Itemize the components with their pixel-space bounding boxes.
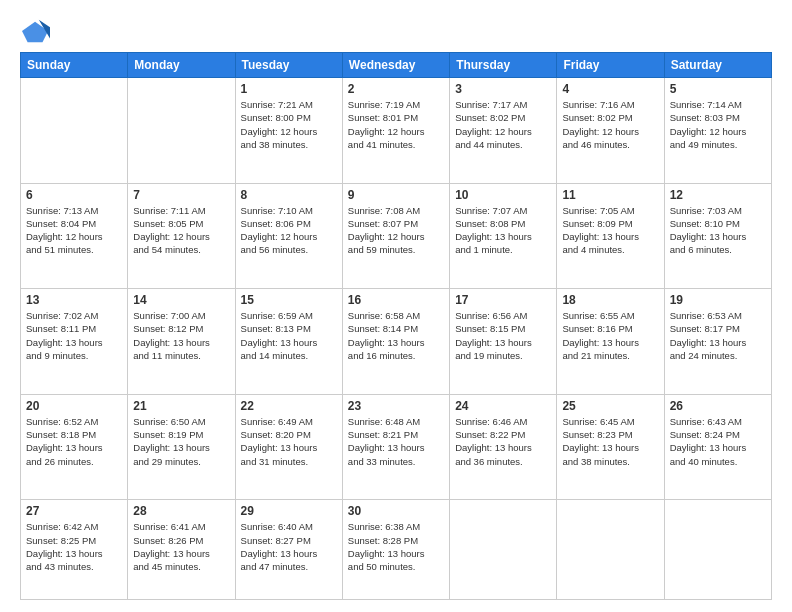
day-number: 17	[455, 293, 551, 307]
weekday-header-thursday: Thursday	[450, 53, 557, 78]
day-info: Sunrise: 7:02 AM Sunset: 8:11 PM Dayligh…	[26, 309, 122, 362]
day-number: 23	[348, 399, 444, 413]
day-number: 22	[241, 399, 337, 413]
day-number: 3	[455, 82, 551, 96]
header	[20, 18, 772, 42]
calendar-cell: 4Sunrise: 7:16 AM Sunset: 8:02 PM Daylig…	[557, 78, 664, 184]
calendar-cell: 11Sunrise: 7:05 AM Sunset: 8:09 PM Dayli…	[557, 183, 664, 289]
day-number: 9	[348, 188, 444, 202]
day-number: 15	[241, 293, 337, 307]
calendar-cell	[664, 500, 771, 600]
calendar-cell: 15Sunrise: 6:59 AM Sunset: 8:13 PM Dayli…	[235, 289, 342, 395]
day-number: 6	[26, 188, 122, 202]
calendar-cell: 21Sunrise: 6:50 AM Sunset: 8:19 PM Dayli…	[128, 394, 235, 500]
calendar-cell: 18Sunrise: 6:55 AM Sunset: 8:16 PM Dayli…	[557, 289, 664, 395]
calendar-cell	[450, 500, 557, 600]
day-info: Sunrise: 6:52 AM Sunset: 8:18 PM Dayligh…	[26, 415, 122, 468]
calendar-cell: 20Sunrise: 6:52 AM Sunset: 8:18 PM Dayli…	[21, 394, 128, 500]
day-number: 21	[133, 399, 229, 413]
day-info: Sunrise: 7:17 AM Sunset: 8:02 PM Dayligh…	[455, 98, 551, 151]
day-info: Sunrise: 6:38 AM Sunset: 8:28 PM Dayligh…	[348, 520, 444, 573]
day-info: Sunrise: 6:58 AM Sunset: 8:14 PM Dayligh…	[348, 309, 444, 362]
day-info: Sunrise: 7:11 AM Sunset: 8:05 PM Dayligh…	[133, 204, 229, 257]
calendar-week-5: 27Sunrise: 6:42 AM Sunset: 8:25 PM Dayli…	[21, 500, 772, 600]
day-info: Sunrise: 6:50 AM Sunset: 8:19 PM Dayligh…	[133, 415, 229, 468]
calendar-table: SundayMondayTuesdayWednesdayThursdayFrid…	[20, 52, 772, 600]
day-info: Sunrise: 6:41 AM Sunset: 8:26 PM Dayligh…	[133, 520, 229, 573]
day-info: Sunrise: 7:21 AM Sunset: 8:00 PM Dayligh…	[241, 98, 337, 151]
day-number: 26	[670, 399, 766, 413]
day-number: 7	[133, 188, 229, 202]
weekday-header-monday: Monday	[128, 53, 235, 78]
day-info: Sunrise: 6:53 AM Sunset: 8:17 PM Dayligh…	[670, 309, 766, 362]
calendar-cell: 1Sunrise: 7:21 AM Sunset: 8:00 PM Daylig…	[235, 78, 342, 184]
day-number: 2	[348, 82, 444, 96]
day-number: 1	[241, 82, 337, 96]
calendar-cell	[128, 78, 235, 184]
day-info: Sunrise: 6:48 AM Sunset: 8:21 PM Dayligh…	[348, 415, 444, 468]
calendar-cell: 6Sunrise: 7:13 AM Sunset: 8:04 PM Daylig…	[21, 183, 128, 289]
calendar-cell: 8Sunrise: 7:10 AM Sunset: 8:06 PM Daylig…	[235, 183, 342, 289]
day-info: Sunrise: 6:43 AM Sunset: 8:24 PM Dayligh…	[670, 415, 766, 468]
calendar-cell: 23Sunrise: 6:48 AM Sunset: 8:21 PM Dayli…	[342, 394, 449, 500]
calendar-cell: 19Sunrise: 6:53 AM Sunset: 8:17 PM Dayli…	[664, 289, 771, 395]
day-info: Sunrise: 7:08 AM Sunset: 8:07 PM Dayligh…	[348, 204, 444, 257]
calendar-cell: 27Sunrise: 6:42 AM Sunset: 8:25 PM Dayli…	[21, 500, 128, 600]
calendar-week-1: 1Sunrise: 7:21 AM Sunset: 8:00 PM Daylig…	[21, 78, 772, 184]
logo	[20, 18, 50, 42]
day-info: Sunrise: 6:49 AM Sunset: 8:20 PM Dayligh…	[241, 415, 337, 468]
weekday-header-wednesday: Wednesday	[342, 53, 449, 78]
calendar-cell: 2Sunrise: 7:19 AM Sunset: 8:01 PM Daylig…	[342, 78, 449, 184]
day-info: Sunrise: 7:13 AM Sunset: 8:04 PM Dayligh…	[26, 204, 122, 257]
calendar-cell: 10Sunrise: 7:07 AM Sunset: 8:08 PM Dayli…	[450, 183, 557, 289]
day-number: 30	[348, 504, 444, 518]
day-info: Sunrise: 7:16 AM Sunset: 8:02 PM Dayligh…	[562, 98, 658, 151]
weekday-header-sunday: Sunday	[21, 53, 128, 78]
day-number: 5	[670, 82, 766, 96]
calendar-cell: 26Sunrise: 6:43 AM Sunset: 8:24 PM Dayli…	[664, 394, 771, 500]
day-info: Sunrise: 7:10 AM Sunset: 8:06 PM Dayligh…	[241, 204, 337, 257]
day-info: Sunrise: 6:40 AM Sunset: 8:27 PM Dayligh…	[241, 520, 337, 573]
page: SundayMondayTuesdayWednesdayThursdayFrid…	[0, 0, 792, 612]
day-info: Sunrise: 6:56 AM Sunset: 8:15 PM Dayligh…	[455, 309, 551, 362]
day-info: Sunrise: 7:19 AM Sunset: 8:01 PM Dayligh…	[348, 98, 444, 151]
day-number: 13	[26, 293, 122, 307]
calendar-cell: 29Sunrise: 6:40 AM Sunset: 8:27 PM Dayli…	[235, 500, 342, 600]
calendar-week-2: 6Sunrise: 7:13 AM Sunset: 8:04 PM Daylig…	[21, 183, 772, 289]
calendar-cell: 3Sunrise: 7:17 AM Sunset: 8:02 PM Daylig…	[450, 78, 557, 184]
day-number: 10	[455, 188, 551, 202]
calendar-cell: 25Sunrise: 6:45 AM Sunset: 8:23 PM Dayli…	[557, 394, 664, 500]
day-info: Sunrise: 7:03 AM Sunset: 8:10 PM Dayligh…	[670, 204, 766, 257]
day-info: Sunrise: 6:46 AM Sunset: 8:22 PM Dayligh…	[455, 415, 551, 468]
calendar-cell: 14Sunrise: 7:00 AM Sunset: 8:12 PM Dayli…	[128, 289, 235, 395]
day-info: Sunrise: 7:05 AM Sunset: 8:09 PM Dayligh…	[562, 204, 658, 257]
calendar-cell: 28Sunrise: 6:41 AM Sunset: 8:26 PM Dayli…	[128, 500, 235, 600]
day-number: 11	[562, 188, 658, 202]
calendar-cell: 12Sunrise: 7:03 AM Sunset: 8:10 PM Dayli…	[664, 183, 771, 289]
day-number: 18	[562, 293, 658, 307]
day-info: Sunrise: 6:45 AM Sunset: 8:23 PM Dayligh…	[562, 415, 658, 468]
calendar-week-3: 13Sunrise: 7:02 AM Sunset: 8:11 PM Dayli…	[21, 289, 772, 395]
weekday-header-friday: Friday	[557, 53, 664, 78]
day-number: 24	[455, 399, 551, 413]
day-number: 25	[562, 399, 658, 413]
calendar-cell	[557, 500, 664, 600]
weekday-header-row: SundayMondayTuesdayWednesdayThursdayFrid…	[21, 53, 772, 78]
day-number: 19	[670, 293, 766, 307]
day-number: 8	[241, 188, 337, 202]
day-number: 20	[26, 399, 122, 413]
day-info: Sunrise: 6:55 AM Sunset: 8:16 PM Dayligh…	[562, 309, 658, 362]
calendar-cell	[21, 78, 128, 184]
day-number: 12	[670, 188, 766, 202]
day-info: Sunrise: 6:42 AM Sunset: 8:25 PM Dayligh…	[26, 520, 122, 573]
day-info: Sunrise: 7:14 AM Sunset: 8:03 PM Dayligh…	[670, 98, 766, 151]
calendar-cell: 16Sunrise: 6:58 AM Sunset: 8:14 PM Dayli…	[342, 289, 449, 395]
day-number: 4	[562, 82, 658, 96]
day-info: Sunrise: 7:07 AM Sunset: 8:08 PM Dayligh…	[455, 204, 551, 257]
weekday-header-tuesday: Tuesday	[235, 53, 342, 78]
day-number: 14	[133, 293, 229, 307]
calendar-cell: 24Sunrise: 6:46 AM Sunset: 8:22 PM Dayli…	[450, 394, 557, 500]
calendar-week-4: 20Sunrise: 6:52 AM Sunset: 8:18 PM Dayli…	[21, 394, 772, 500]
calendar-cell: 30Sunrise: 6:38 AM Sunset: 8:28 PM Dayli…	[342, 500, 449, 600]
day-info: Sunrise: 7:00 AM Sunset: 8:12 PM Dayligh…	[133, 309, 229, 362]
